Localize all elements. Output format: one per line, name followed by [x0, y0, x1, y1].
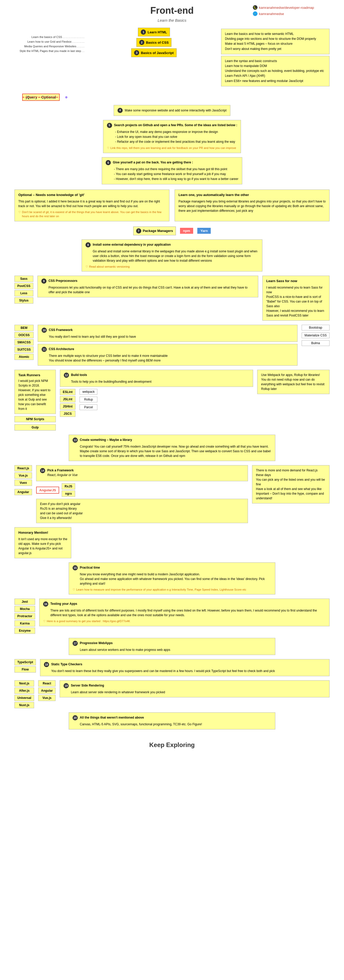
css-preprocessors-section: Sass PostCSS Less Stylus 9 CSS Preproces…: [14, 276, 330, 321]
step6-item-3: However, don't stop here, there is still…: [114, 177, 238, 181]
step14-sublabel: React, Angular or Vue: [47, 473, 78, 477]
testing-frameworks-col: Jest Mocha Protractor Karma Enzyme: [14, 598, 35, 634]
step18-body: You don't need to learn these but they r…: [51, 669, 326, 673]
step20-body: Canvas, HTML-5 APIs, SVG, sourcemaps, fu…: [80, 722, 271, 727]
css-hint-3: Media Queries and Responsive Websites . …: [14, 45, 87, 48]
step13-box: 13 Create something – Maybe a library Co…: [69, 435, 275, 461]
smacss-label: SMACSS: [14, 339, 33, 345]
bundler-hint-box: Use Webpack for apps, Rollup for librari…: [257, 370, 330, 394]
step6-section: 6 Give yourself a pat on the back. You a…: [14, 157, 330, 185]
suitcss-label: SUITCSS: [14, 347, 33, 353]
linters-bundlers-row: ESLint JSLint JSHint JSCS webpack Rollup…: [60, 389, 253, 417]
step15-title: Practical time: [80, 565, 100, 570]
flow-label: Flow: [14, 667, 36, 673]
step-2-label: Basics of CSS: [146, 41, 169, 45]
yarn-box: Yarn: [197, 228, 211, 234]
task-runners-title: Task Runners: [18, 372, 52, 378]
honorary-title: Honorary Mention!: [18, 530, 67, 535]
step20-number: 20: [73, 715, 78, 721]
bem-label: BEM: [14, 325, 33, 331]
step11-number: 11: [41, 347, 47, 352]
step20-title: All the things that weren't mentioned ab…: [80, 715, 144, 720]
oocss-label: OOCSS: [14, 332, 33, 338]
learn-sass-title: Learn Sass for now: [266, 278, 326, 284]
nextjs-label: Next.js: [14, 680, 34, 687]
step16-number: 16: [43, 601, 48, 607]
basics-section: Learn the basics of CSS . . . . . . . . …: [14, 28, 330, 88]
github-username: kamranahmedse/developer-roadmap: [259, 6, 314, 10]
step-2-box: 2 Basics of CSS: [136, 38, 171, 47]
step7-label: Package Managers: [143, 229, 173, 233]
step14-number: 14: [40, 468, 45, 473]
step-1-box: 1 Learn HTML: [138, 28, 170, 37]
step9-body: Preprocessors let you add functionality …: [49, 285, 254, 294]
js-info-5: Learn ES6+ new features and writing modu…: [225, 79, 326, 84]
learn-sass-box: Learn Sass for now I would recommend you…: [262, 276, 330, 321]
twitter-link[interactable]: 🐦 kamranahmedse: [253, 11, 314, 16]
step17-title: Progressive WebApps: [80, 641, 113, 645]
honorary-box: Honorary Mention! It isn't used any more…: [14, 527, 71, 558]
step12-number: 12: [64, 372, 69, 378]
header: 🐛 kamranahmedse/developer-roadmap 🐦 kamr…: [14, 0, 330, 28]
step12-body: Tools to help you in the building/bundli…: [71, 379, 249, 384]
learn-other-box: Learn one, you automatically learn the o…: [174, 189, 330, 221]
bundler-hint-text: Use Webpack for apps, Rollup for librari…: [261, 372, 326, 391]
task-runners-col: Task Runners I would just pick NPM Scrip…: [14, 370, 56, 431]
bootstrap-labels: Bootstrap Materialize CSS Bulma: [302, 325, 330, 347]
js-info-box: Learn the syntax and basic constructs Le…: [221, 56, 330, 86]
step8-body: Go ahead and install some external libra…: [93, 249, 258, 263]
step8-number: 8: [86, 242, 90, 247]
rxjs-hint-box: Even if you don't pick angular RxJS is a…: [36, 499, 248, 523]
step7-section: 7 Package Managers npm Yarn: [14, 226, 330, 235]
task-runners-body: I would just pick NPM Scripts in 2018. H…: [18, 379, 52, 411]
github-link[interactable]: 🐛 kamranahmedse/developer-roadmap: [253, 5, 314, 10]
step6-list: There are many jobs out there requiring …: [113, 167, 238, 182]
css-frameworks-section: BEM OOCSS SMACSS SUITCSS Atomic 10 CSS F…: [14, 325, 330, 366]
step19-section: Next.js After.js Universal Nuxt.js React…: [14, 680, 330, 708]
gulp-label: Gulp: [14, 424, 56, 431]
step16-hint: ♡ Here is a good summary to get you star…: [43, 619, 326, 624]
angularjs-text: AngularJS: [39, 488, 56, 492]
step9-label: CSS Preprocessors: [49, 278, 78, 283]
step5-list: Enhance the UI, make any demo pages resp…: [114, 130, 237, 145]
karma-label: Karma: [14, 620, 35, 627]
html-info-3: Make at least 5 HTML pages – focus on st…: [225, 41, 326, 46]
step5-item-3: Refactor any of the code or implement th…: [115, 139, 237, 144]
step6-item-2: You can easily start getting some freela…: [114, 172, 238, 177]
step11-label: CSS Architecture: [49, 347, 74, 352]
build-tools-center: 12 Build tools Tools to help you in the …: [60, 370, 253, 417]
css-arch-labels: BEM OOCSS SMACSS SUITCSS Atomic: [14, 325, 33, 360]
typescript-label: TypeScript: [14, 659, 36, 665]
section-subtitle: Learn the Basics: [14, 18, 330, 22]
step5-title: Search projects on Github and open a few…: [114, 123, 237, 127]
jscs-label: JSCS: [60, 410, 75, 417]
step-1-label: Learn HTML: [147, 30, 167, 34]
step9-number: 9: [41, 278, 46, 284]
sass-label: Sass: [14, 276, 33, 282]
step16-box: 16 Testing your Apps There are lots and …: [39, 598, 330, 626]
step10-label: CSS Framework: [49, 328, 73, 332]
step16-body: There are lots and lots of different too…: [50, 608, 326, 617]
optional-body: This part is optional, I added it here b…: [18, 199, 166, 208]
step13-body: Congrats! You can call yourself 75% mode…: [80, 444, 271, 458]
universal-label: Universal: [14, 695, 34, 701]
framework-left-col: React.js Vue.js Vuex Angular: [14, 465, 32, 495]
step19-number: 19: [63, 683, 69, 688]
step15-number: 15: [73, 565, 78, 570]
step8-box: 8 Install some external dependency in yo…: [82, 239, 262, 272]
enzyme-label: Enzyme: [14, 628, 35, 634]
step17-body: Learn about service workers and how to m…: [80, 648, 271, 652]
html-info-box: Learn the basics and how to write semant…: [221, 29, 330, 54]
type-checker-col: TypeScript Flow: [14, 659, 36, 673]
step7-box: 7 Package Managers: [133, 226, 176, 235]
angular-label: Angular: [14, 489, 32, 495]
angularjs-red-label: AngularJS: [36, 487, 59, 494]
step6-title: Give yourself a pat on the back. You are…: [113, 160, 193, 165]
rxjs-label: RxJS: [62, 483, 75, 490]
step4-text: Make some responsive website and add som…: [125, 108, 227, 113]
step13-number: 13: [73, 438, 78, 443]
react-ssr-label: React: [38, 680, 55, 687]
twitter-icon: 🐦: [253, 11, 257, 16]
js-info-1: Learn the syntax and basic constructs: [225, 59, 326, 64]
step20-section: 20 All the things that weren't mentioned…: [14, 713, 330, 729]
